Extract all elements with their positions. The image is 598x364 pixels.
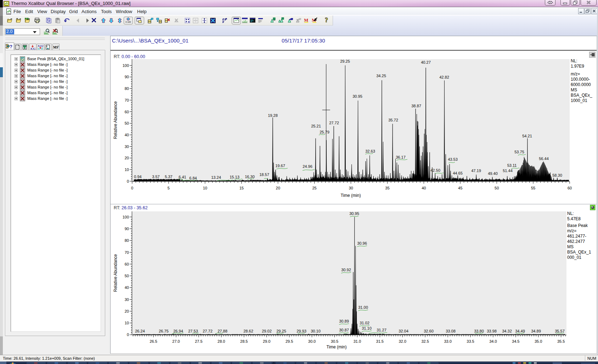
svg-text:Time (min): Time (min) bbox=[327, 345, 347, 349]
svg-text:49.40: 49.40 bbox=[488, 171, 498, 176]
svg-text:54.21: 54.21 bbox=[522, 134, 532, 138]
svg-text:Relative Abundance: Relative Abundance bbox=[113, 254, 118, 292]
svg-text:35.5: 35.5 bbox=[557, 339, 565, 343]
svg-text:15: 15 bbox=[239, 186, 244, 190]
svg-text:I: I bbox=[46, 45, 47, 48]
svg-text:20: 20 bbox=[276, 186, 280, 190]
svg-text:31.5: 31.5 bbox=[376, 339, 384, 343]
svg-text:58.30: 58.30 bbox=[552, 173, 562, 177]
svg-text:27.72: 27.72 bbox=[203, 329, 213, 333]
svg-text:20: 20 bbox=[125, 156, 129, 160]
svg-text:34.25: 34.25 bbox=[376, 74, 386, 78]
svg-text:60: 60 bbox=[125, 110, 129, 114]
svg-text:30.10: 30.10 bbox=[311, 329, 321, 333]
svg-text:3.57: 3.57 bbox=[152, 175, 159, 179]
svg-text:30: 30 bbox=[125, 297, 129, 302]
svg-text:25: 25 bbox=[312, 186, 316, 190]
svg-text:32.60: 32.60 bbox=[424, 329, 434, 333]
svg-text:0.94: 0.94 bbox=[134, 175, 141, 179]
svg-text:40: 40 bbox=[125, 285, 129, 290]
svg-text:44.65: 44.65 bbox=[453, 171, 463, 175]
svg-text:RT: 0.00 - 60.00: RT: 0.00 - 60.00 bbox=[114, 54, 145, 59]
svg-text:BPI: BPI bbox=[21, 57, 24, 59]
svg-text:30.96: 30.96 bbox=[357, 241, 367, 245]
svg-text:10: 10 bbox=[203, 186, 207, 190]
svg-text:0: 0 bbox=[127, 332, 129, 337]
svg-text:31.0: 31.0 bbox=[354, 339, 361, 343]
svg-text:35.72: 35.72 bbox=[388, 118, 398, 122]
svg-text:27.72: 27.72 bbox=[329, 121, 339, 125]
svg-text:0-100: 0-100 bbox=[125, 21, 131, 23]
svg-text:32.0: 32.0 bbox=[399, 339, 406, 343]
svg-text:461.2477-: 461.2477- bbox=[567, 234, 586, 239]
svg-text:1000_01: 1000_01 bbox=[571, 98, 587, 103]
svg-text:29.0: 29.0 bbox=[263, 339, 270, 343]
svg-text:29.02: 29.02 bbox=[262, 329, 272, 333]
svg-text:33.0: 33.0 bbox=[444, 339, 451, 343]
svg-text:50: 50 bbox=[125, 121, 129, 125]
svg-text:10: 10 bbox=[125, 321, 129, 325]
svg-text:28.0: 28.0 bbox=[218, 339, 225, 343]
svg-text:27.53: 27.53 bbox=[188, 329, 198, 333]
svg-text:n: n bbox=[58, 45, 59, 47]
svg-text:32.04: 32.04 bbox=[399, 329, 408, 333]
svg-text:40: 40 bbox=[422, 186, 426, 190]
svg-text:5.47E8: 5.47E8 bbox=[567, 216, 581, 221]
svg-text:33.98: 33.98 bbox=[487, 329, 497, 333]
svg-text:27.88: 27.88 bbox=[218, 329, 227, 333]
svg-text:6000.0000: 6000.0000 bbox=[571, 82, 591, 87]
svg-text:42.50: 42.50 bbox=[430, 168, 440, 172]
svg-text:31.00: 31.00 bbox=[358, 305, 368, 309]
svg-text:30: 30 bbox=[125, 144, 129, 149]
svg-text:5.37: 5.37 bbox=[165, 175, 172, 179]
svg-text:33.80: 33.80 bbox=[474, 329, 484, 333]
svg-text:28.62: 28.62 bbox=[243, 329, 253, 333]
svg-text:24.96: 24.96 bbox=[303, 164, 312, 169]
svg-text:6.41: 6.41 bbox=[179, 175, 186, 179]
svg-text:19.67: 19.67 bbox=[275, 164, 285, 168]
svg-text:60: 60 bbox=[125, 262, 129, 266]
svg-text:33.08: 33.08 bbox=[446, 329, 456, 333]
svg-text:32.5: 32.5 bbox=[421, 339, 429, 343]
svg-text:25.79: 25.79 bbox=[320, 130, 329, 134]
svg-text:56.44: 56.44 bbox=[539, 157, 549, 161]
svg-text:100: 100 bbox=[123, 215, 129, 219]
svg-text:26.94: 26.94 bbox=[173, 329, 183, 333]
svg-text:BSA_QEx_: BSA_QEx_ bbox=[571, 93, 592, 98]
svg-text:33.5: 33.5 bbox=[467, 339, 474, 343]
svg-text:MS: MS bbox=[567, 244, 574, 249]
svg-text:25.21: 25.21 bbox=[311, 124, 321, 128]
svg-text:18.57: 18.57 bbox=[259, 172, 269, 177]
svg-text:80: 80 bbox=[125, 238, 129, 243]
svg-text:30.89: 30.89 bbox=[339, 319, 349, 323]
svg-text:m/z=: m/z= bbox=[571, 72, 580, 76]
svg-text:50: 50 bbox=[125, 274, 129, 278]
svg-text:000_01: 000_01 bbox=[567, 255, 581, 260]
svg-text:35.57: 35.57 bbox=[555, 329, 565, 333]
svg-text:1.97E9: 1.97E9 bbox=[571, 64, 584, 69]
svg-text:5: 5 bbox=[168, 186, 170, 190]
svg-text:BSA_QEx_1: BSA_QEx_1 bbox=[567, 250, 591, 255]
svg-text:26.5: 26.5 bbox=[150, 339, 157, 343]
svg-text:?: ? bbox=[325, 17, 328, 23]
svg-text:28.5: 28.5 bbox=[240, 339, 248, 343]
svg-text:31.27: 31.27 bbox=[377, 328, 387, 332]
svg-text:90: 90 bbox=[125, 227, 129, 231]
svg-text:40.27: 40.27 bbox=[421, 60, 431, 64]
svg-text:35.0: 35.0 bbox=[535, 339, 542, 343]
svg-text:40: 40 bbox=[125, 133, 129, 137]
svg-text:100: 100 bbox=[123, 63, 129, 68]
svg-text:m/z=: m/z= bbox=[567, 228, 576, 233]
svg-text:90: 90 bbox=[125, 75, 129, 79]
svg-text:34.32: 34.32 bbox=[502, 329, 512, 333]
svg-text:NL:: NL: bbox=[567, 211, 574, 216]
svg-text:Relative Abundance: Relative Abundance bbox=[113, 101, 118, 139]
svg-text:34.0: 34.0 bbox=[489, 339, 497, 343]
svg-text:13.24: 13.24 bbox=[211, 175, 221, 180]
svg-text:32.63: 32.63 bbox=[365, 149, 375, 153]
svg-text:30.5: 30.5 bbox=[331, 339, 338, 343]
svg-text:27.5: 27.5 bbox=[195, 339, 202, 343]
svg-text:Base Peak: Base Peak bbox=[567, 223, 588, 228]
svg-text:10: 10 bbox=[125, 167, 129, 172]
svg-text:462.2477: 462.2477 bbox=[567, 239, 585, 244]
